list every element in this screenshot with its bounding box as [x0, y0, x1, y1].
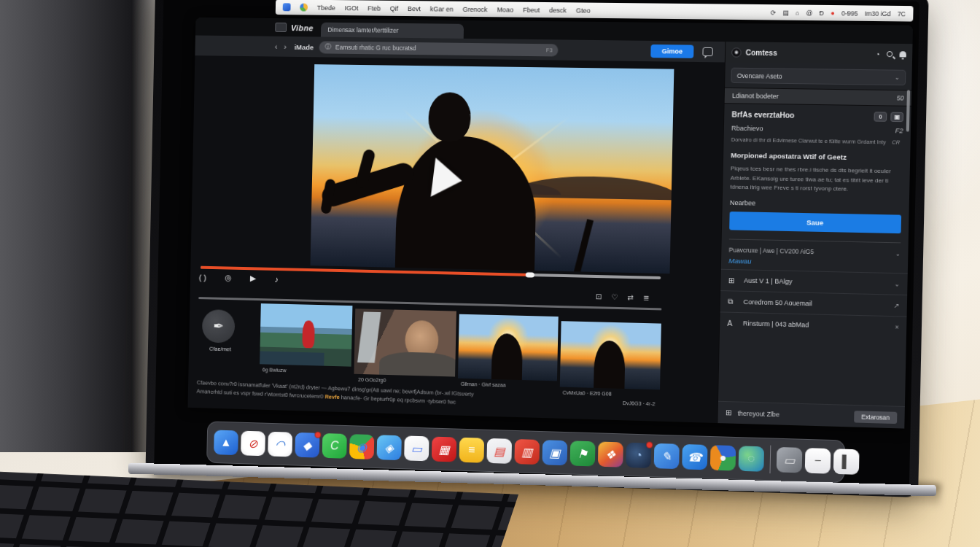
clock-text[interactable]: 7C: [898, 10, 906, 18]
menu-item[interactable]: Bevt: [408, 5, 421, 12]
dock-app-mail-white[interactable]: ▤: [486, 438, 512, 464]
app-menu-icon[interactable]: [300, 4, 308, 12]
share-icon[interactable]: ⇄: [627, 293, 634, 301]
apple-menu-icon[interactable]: [283, 3, 291, 11]
site-info-icon[interactable]: ⓘ: [325, 43, 332, 52]
silhouette-person-head: [428, 92, 471, 142]
search-icon[interactable]: [887, 51, 892, 57]
dock-app-doc-2[interactable]: ▌: [833, 449, 860, 475]
brand-logo-icon: [275, 23, 287, 32]
menu-item[interactable]: desck: [549, 7, 567, 14]
history-icon[interactable]: ◔: [875, 50, 879, 58]
record-icon[interactable]: ◎: [225, 273, 232, 282]
dock-app-maps[interactable]: ◈: [377, 435, 402, 460]
menu-item[interactable]: Qif: [390, 4, 399, 12]
dock-app-color-wheel[interactable]: ●: [710, 445, 736, 470]
dock-app-flag-green[interactable]: ⚑: [570, 441, 596, 466]
volume-icon[interactable]: ♪: [274, 274, 279, 283]
address-bar[interactable]: ⓘ Eamsuti rhatic G ruc bucratsd F3: [319, 41, 559, 56]
chip-button[interactable]: ▣: [890, 112, 903, 123]
chat-bubble-icon[interactable]: [702, 47, 713, 56]
address-bar-action-icon[interactable]: F3: [546, 47, 553, 53]
menu-item[interactable]: kGar en: [430, 5, 454, 12]
dock-app-notes[interactable]: ≡: [459, 438, 485, 463]
bell-icon[interactable]: [899, 51, 906, 57]
thumbnail-window-light: [357, 311, 381, 362]
bookmark-label[interactable]: iMade: [295, 43, 314, 51]
dock-app-chat-green[interactable]: C: [322, 433, 347, 459]
status-icon[interactable]: ⌂: [796, 9, 799, 16]
playlist-icon[interactable]: ≣: [643, 294, 650, 302]
nav-back-forward-buttons[interactable]: ‹ ›: [275, 42, 289, 51]
brand[interactable]: Vibne: [275, 23, 314, 32]
panel-title: Comtess: [746, 48, 777, 57]
list-item-label: Aust V 1 | BAlgy: [744, 277, 793, 286]
video-thumbnail[interactable]: [458, 314, 559, 381]
video-player[interactable]: [311, 64, 674, 274]
play-button[interactable]: [431, 158, 464, 200]
dock-app-compose[interactable]: ✎: [654, 443, 680, 469]
thumbnail-caption: DvJ6G3 · 4r-2: [623, 400, 656, 406]
chevron-down-icon[interactable]: ⌄: [894, 280, 900, 287]
share-window-icon: ⧉: [728, 298, 738, 306]
loop-icon[interactable]: ( ): [199, 273, 206, 282]
panel-filter-select[interactable]: Ovencare Aseto ⌄: [731, 68, 906, 86]
dock-app-chrome[interactable]: ◉: [349, 434, 374, 459]
channel-avatar[interactable]: ✒: [202, 309, 236, 344]
save-button[interactable]: Saue: [729, 212, 901, 233]
menu-item[interactable]: Grenock: [463, 5, 488, 12]
pen-icon: ✒: [213, 318, 224, 334]
highlighted-word[interactable]: Revfe: [324, 393, 339, 400]
panel-list: ⊞ Aust V 1 | BAlgy ⌄ ⧉ Coredrom 50 Aouem…: [720, 269, 908, 338]
browser-tab[interactable]: Dimensax lamter/terttilizer: [320, 23, 463, 39]
dock-app-wallet[interactable]: ▭: [404, 435, 429, 461]
menu-item[interactable]: Gteo: [576, 7, 591, 14]
dock-app-photos-blue[interactable]: ▲: [214, 430, 238, 455]
dock-app-photo-blue[interactable]: ▣: [542, 440, 567, 465]
dock-app-blocked-sign[interactable]: ⊘: [241, 431, 265, 457]
date-text[interactable]: Im30 iGd: [865, 9, 891, 18]
status-icon[interactable]: @: [806, 9, 812, 16]
dock-app-sync-dark[interactable]: ◔: [626, 443, 651, 468]
dock-app-phone[interactable]: ☎: [682, 444, 707, 470]
menu-item[interactable]: Fbeut: [523, 6, 540, 13]
grid-icon: ⊞: [728, 276, 739, 284]
play-icon[interactable]: ▶: [250, 274, 257, 283]
status-icon[interactable]: Ð: [819, 9, 824, 16]
follow-button[interactable]: Gimoe: [650, 44, 693, 58]
seek-handle[interactable]: [526, 272, 534, 277]
dock-app-earth[interactable]: ◌: [739, 446, 764, 472]
dock-app-doc-1[interactable]: −: [805, 448, 831, 474]
menu-item[interactable]: IGOt: [345, 4, 359, 12]
status-icon[interactable]: ⟳: [771, 9, 777, 16]
battery-status[interactable]: 0-995: [841, 9, 858, 17]
video-thumbnail[interactable]: [354, 309, 456, 376]
dock-app-folder-red[interactable]: ▥: [514, 439, 540, 465]
more-link[interactable]: Mawau: [728, 257, 901, 268]
footer-label: thereyout Zlbe: [737, 409, 779, 418]
record-indicator-icon[interactable]: ●: [831, 9, 835, 17]
sort-label: Ldianot bodeter: [732, 92, 779, 100]
menu-item[interactable]: Tbede: [317, 4, 335, 11]
status-icon[interactable]: ▤: [782, 9, 788, 16]
video-thumbnail[interactable]: [560, 321, 661, 389]
dock-app-media-red[interactable]: ▦: [432, 437, 456, 462]
chevron-down-icon[interactable]: ⌄: [895, 250, 901, 257]
dock-app-swoosh[interactable]: ◠: [268, 432, 292, 457]
menu-item[interactable]: Moao: [497, 6, 513, 13]
thumbnail-figure: [302, 320, 314, 348]
save-icon[interactable]: ⊡: [596, 292, 602, 300]
photo-scene: Tbede IGOt Fteb Qif Bevt kGar en Grenock…: [0, 0, 980, 547]
dock-app-photos-color[interactable]: ❖: [598, 441, 623, 467]
dock-app-kite-pin[interactable]: ◆: [295, 432, 319, 458]
list-item[interactable]: A Rinsturm | 043 abMad ×: [720, 312, 907, 338]
external-link-icon[interactable]: ↗: [894, 302, 900, 309]
chip-button[interactable]: 0: [874, 112, 887, 122]
expand-button[interactable]: Extarosan: [854, 411, 898, 424]
like-icon[interactable]: ♡: [611, 293, 618, 301]
player-column: ( ) ◎ ▶ ♪ ⊡ ♡ ⇄ ≣: [187, 55, 724, 423]
dock-app-screenshot[interactable]: ▭: [777, 447, 803, 473]
menu-item[interactable]: Fteb: [368, 4, 381, 12]
close-icon[interactable]: ×: [895, 324, 899, 331]
video-thumbnail[interactable]: [260, 303, 352, 367]
